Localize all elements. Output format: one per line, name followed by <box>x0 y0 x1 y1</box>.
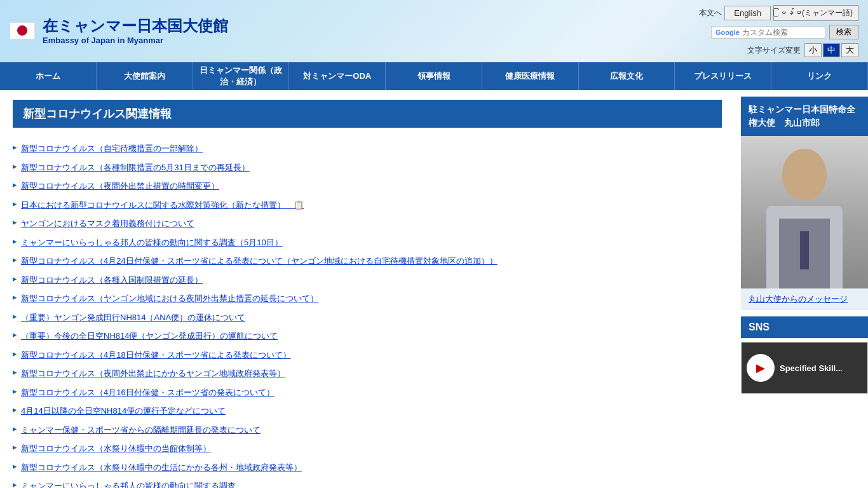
nav-item[interactable]: ホーム <box>0 62 97 90</box>
news-arrow-icon: ▸ <box>13 180 17 189</box>
header-right: 本文へ English မြန်မာ(ミャンマー語) Google 検索 文字サ… <box>699 5 858 57</box>
sns-title: SNS <box>741 316 868 338</box>
news-list-item: ▸新型コロナウイルス（4月24日付保健・スポーツ省による発表について（ヤンゴン地… <box>13 252 722 271</box>
myanmar-button[interactable]: မြန်မာ(ミャンマー語) <box>773 5 858 21</box>
news-link[interactable]: 新型コロナウイルス（夜間外出禁止にかかるヤンゴン地域政府発表等） <box>21 367 285 380</box>
photo-suit <box>779 219 830 288</box>
news-list-item: ▸4月14日以降の全日空NH814便の運行予定などについて <box>13 402 722 421</box>
ambassador-title: 駐ミャンマー日本国特命全権大使 丸山市郎 <box>741 97 868 136</box>
news-link[interactable]: ヤンゴンにおけるマスク着用義務付けについて <box>21 217 194 230</box>
news-list-item: ▸新型コロナウイルス（水祭り休暇中の生活にかかる各州・地域政府発表等） <box>13 458 722 477</box>
font-size-large-button[interactable]: 大 <box>841 43 858 57</box>
google-logo: Google <box>715 29 740 36</box>
news-link[interactable]: 新型コロナウイルス（水祭り休暇中の生活にかかる各州・地域政府発表等） <box>21 461 302 474</box>
photo-tie <box>800 231 809 269</box>
news-link[interactable]: 新型コロナウイルス（各種入国制限措置の延長） <box>21 274 203 287</box>
news-arrow-icon: ▸ <box>13 236 17 246</box>
news-arrow-icon: ▸ <box>13 480 17 488</box>
news-link[interactable]: 新型コロナウイルス（ヤンゴン地域における夜間外出禁止措置の延長について） <box>21 292 318 305</box>
news-arrow-icon: ▸ <box>13 405 17 414</box>
news-arrow-icon: ▸ <box>13 199 17 208</box>
language-buttons: 本文へ English မြန်မာ(ミャンマー語) <box>699 5 858 21</box>
news-link[interactable]: 新型コロナウイルス（4月16日付保健・スポーツ省の発表について） <box>21 386 275 399</box>
sns-content: ▶ Specified Skill... <box>741 342 868 394</box>
news-link[interactable]: （重要）ヤンゴン発成田行NH814（ANA便）の運休について <box>21 311 245 324</box>
site-title-japanese: 在ミャンマー日本国大使館 <box>43 16 228 36</box>
sidebar: 駐ミャンマー日本国特命全権大使 丸山市郎 丸山大使からのメッセージ SNS ▶ … <box>735 90 868 488</box>
nav-item[interactable]: 広報文化 <box>579 62 675 90</box>
site-title-english: Embassy of Japan in Myanmar <box>43 36 228 46</box>
news-arrow-icon: ▸ <box>13 386 17 396</box>
site-title: 在ミャンマー日本国大使館 Embassy of Japan in Myanmar <box>43 16 228 46</box>
news-link[interactable]: （重要）今後の全日空NH814便（ヤンゴン発成田行）の運航について <box>21 330 278 342</box>
news-list-item: ▸ミャンマーにいらっしゃる邦人の皆様の動向に関する調査（5月10日） <box>13 233 722 252</box>
search-wrapper: Google <box>711 26 825 39</box>
header-left: 在ミャンマー日本国大使館 Embassy of Japan in Myanmar <box>10 16 228 46</box>
nav-item[interactable]: 日ミャンマー関係（政治・経済） <box>193 62 290 90</box>
news-list-item: ▸新型コロナウイルス（4月18日付保健・スポーツ省による発表について） <box>13 346 722 365</box>
news-list-item: ▸新型コロナウイルス（夜間外出禁止にかかるヤンゴン地域政府発表等） <box>13 364 722 383</box>
news-arrow-icon: ▸ <box>13 292 17 302</box>
news-link[interactable]: 新型コロナウイルス（4月18日付保健・スポーツ省による発表について） <box>21 349 291 362</box>
font-size-small-button[interactable]: 小 <box>804 43 822 57</box>
nav-item[interactable]: リンク <box>771 62 868 90</box>
photo-body <box>766 206 843 288</box>
video-thumbnail[interactable]: ▶ Specified Skill... <box>742 342 867 393</box>
search-button[interactable]: 検索 <box>829 25 858 39</box>
news-list-item: ▸（重要）今後の全日空NH814便（ヤンゴン発成田行）の運航について <box>13 327 722 346</box>
news-link[interactable]: 新型コロナウイルス（自宅待機措置の一部解除） <box>21 142 203 155</box>
news-link[interactable]: 日本における新型コロナウイルスに関する水際対策強化（新たな措置） 📋 <box>21 199 304 212</box>
news-link[interactable]: 新型コロナウイルス（水祭り休暇中の当館体制等） <box>21 442 211 455</box>
page-header: 在ミャンマー日本国大使館 Embassy of Japan in Myanmar… <box>0 0 868 62</box>
news-list-item: ▸ミャンマー保健・スポーツ省からの隔離期間延長の発表について <box>13 421 722 440</box>
font-size-medium-button[interactable]: 中 <box>823 43 840 57</box>
news-link[interactable]: 4月14日以降の全日空NH814便の運行予定などについて <box>21 405 226 417</box>
news-list: ▸新型コロナウイルス（自宅待機措置の一部解除）▸新型コロナウイルス（各種制限措置… <box>13 139 722 488</box>
news-link[interactable]: ミャンマー保健・スポーツ省からの隔離期間延長の発表について <box>21 424 261 437</box>
news-link[interactable]: 新型コロナウイルス（各種制限措置の5月31日までの再延長） <box>21 161 250 174</box>
news-arrow-icon: ▸ <box>13 461 17 471</box>
news-link[interactable]: 新型コロナウイルス（4月24日付保健・スポーツ省による発表について（ヤンゴン地域… <box>21 255 498 268</box>
font-size-row: 文字サイズ変更 小 中 大 <box>747 43 858 57</box>
section-title: 新型コロナウイルス関連情報 <box>13 100 722 128</box>
nav-item[interactable]: 大使館案内 <box>97 62 193 90</box>
news-list-item: ▸日本における新型コロナウイルスに関する水際対策強化（新たな措置） 📋 <box>13 196 722 215</box>
news-arrow-icon: ▸ <box>13 424 17 433</box>
nav-item[interactable]: 健康医療情報 <box>482 62 579 90</box>
news-list-item: ▸（重要）ヤンゴン発成田行NH814（ANA便）の運休について <box>13 308 722 327</box>
video-label: Specified Skill... <box>775 361 848 376</box>
news-link[interactable]: ミャンマーにいらっしゃる邦人の皆様の動向に関する調査 <box>21 480 236 488</box>
ambassador-photo-inner <box>741 136 868 288</box>
ambassador-photo <box>741 136 868 288</box>
content-area: 新型コロナウイルス関連情報 ▸新型コロナウイルス（自宅待機措置の一部解除）▸新型… <box>0 90 735 488</box>
font-size-label: 文字サイズ変更 <box>747 45 801 56</box>
news-arrow-icon: ▸ <box>13 217 17 227</box>
search-input[interactable] <box>742 28 818 37</box>
news-arrow-icon: ▸ <box>13 255 17 264</box>
news-link[interactable]: 新型コロナウイルス（夜間外出禁止措置の時間変更） <box>21 180 219 193</box>
play-icon: ▶ <box>747 354 775 382</box>
nav-item[interactable]: 対ミャンマーODA <box>289 62 386 90</box>
news-arrow-icon: ▸ <box>13 330 17 339</box>
news-list-item: ▸新型コロナウイルス（各種制限措置の5月31日までの再延長） <box>13 158 722 177</box>
honbun-link[interactable]: 本文へ <box>699 8 722 18</box>
news-arrow-icon: ▸ <box>13 442 17 452</box>
news-list-item: ▸ミャンマーにいらっしゃる邦人の皆様の動向に関する調査 <box>13 477 722 488</box>
news-list-item: ▸新型コロナウイルス（自宅待機措置の一部解除） <box>13 139 722 158</box>
nav-item[interactable]: 領事情報 <box>386 62 482 90</box>
news-list-item: ▸新型コロナウイルス（夜間外出禁止措置の時間変更） <box>13 177 722 196</box>
news-arrow-icon: ▸ <box>13 367 17 377</box>
english-button[interactable]: English <box>724 6 771 20</box>
news-arrow-icon: ▸ <box>13 349 17 358</box>
news-link[interactable]: ミャンマーにいらっしゃる邦人の皆様の動向に関する調査（5月10日） <box>21 236 283 249</box>
search-row: Google 検索 <box>711 25 858 39</box>
ambassador-message-link[interactable]: 丸山大使からのメッセージ <box>741 288 868 310</box>
nav-item[interactable]: プレスリリース <box>675 62 771 90</box>
news-arrow-icon: ▸ <box>13 142 17 152</box>
photo-head <box>782 149 827 200</box>
main-navigation: ホーム大使館案内日ミャンマー関係（政治・経済）対ミャンマーODA領事情報健康医療… <box>0 62 868 90</box>
main-area: 新型コロナウイルス関連情報 ▸新型コロナウイルス（自宅待機措置の一部解除）▸新型… <box>0 90 868 488</box>
japan-flag-icon <box>10 22 35 40</box>
news-list-item: ▸新型コロナウイルス（4月16日付保健・スポーツ省の発表について） <box>13 383 722 402</box>
news-arrow-icon: ▸ <box>13 274 17 283</box>
